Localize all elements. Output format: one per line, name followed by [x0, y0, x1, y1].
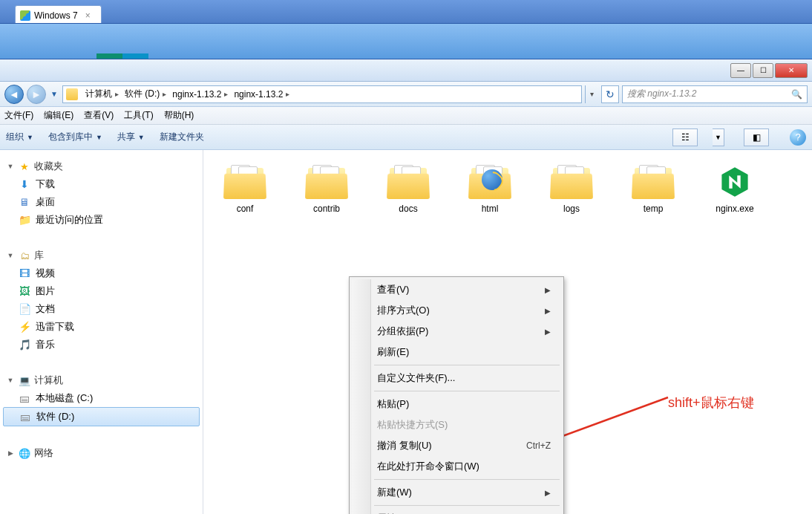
breadcrumb-dropdown[interactable]: ▾: [585, 85, 598, 103]
shortcut-label: Ctrl+Z: [526, 440, 551, 451]
file-name-label: logs: [563, 204, 580, 214]
ctx-new[interactable]: 新建(W)▶: [352, 482, 561, 503]
organize-button[interactable]: 组织▼: [6, 131, 33, 143]
file-name-label: contrib: [313, 204, 340, 214]
window-titlebar[interactable]: — ☐ ✕: [0, 59, 812, 82]
sidebar-item-documents[interactable]: 📄文档: [0, 300, 203, 318]
sidebar-item-thunder[interactable]: ⚡迅雷下载: [0, 318, 203, 336]
breadcrumb[interactable]: 计算机▸ 软件 (D:)▸ nginx-1.13.2▸ nginx-1.13.2…: [62, 85, 582, 103]
ctx-view[interactable]: 查看(V)▶: [352, 279, 561, 300]
file-name-label: docs: [399, 204, 417, 214]
view-mode-dropdown[interactable]: ▼: [713, 128, 724, 146]
disk-icon: 🖴: [19, 411, 32, 423]
host-tab[interactable]: Windows 7 ×: [15, 5, 102, 23]
computer-icon: 💻: [18, 374, 31, 386]
breadcrumb-seg[interactable]: 计算机▸: [82, 86, 122, 103]
submenu-arrow-icon: ▶: [545, 328, 551, 336]
navigation-bar: ◄ ► ▼ 计算机▸ 软件 (D:)▸ nginx-1.13.2▸ nginx-…: [0, 82, 812, 107]
nginx-exe-icon: [713, 165, 756, 199]
star-icon: ★: [18, 160, 31, 172]
breadcrumb-seg[interactable]: nginx-1.13.2▸: [169, 86, 231, 103]
folder-icon: [223, 165, 266, 199]
menu-help[interactable]: 帮助(H): [164, 109, 194, 122]
sidebar-item-videos[interactable]: 🎞视频: [0, 264, 203, 282]
share-button[interactable]: 共享▼: [117, 131, 145, 143]
submenu-arrow-icon: ▶: [545, 307, 551, 315]
window-maximize-button[interactable]: ☐: [753, 63, 773, 78]
ctx-group[interactable]: 分组依据(P)▶: [352, 321, 561, 342]
separator: [374, 479, 560, 480]
include-in-library-button[interactable]: 包含到库中▼: [48, 131, 102, 143]
file-item[interactable]: html: [457, 165, 523, 214]
refresh-button[interactable]: ↻: [601, 85, 619, 103]
help-button[interactable]: ?: [790, 129, 806, 146]
separator: [374, 505, 560, 506]
submenu-arrow-icon: ▶: [545, 489, 551, 497]
folder-icon: [66, 88, 78, 100]
recent-icon: 📁: [18, 214, 31, 226]
file-item[interactable]: nginx.exe: [702, 165, 767, 214]
sidebar-libraries-header[interactable]: ▼🗂库: [0, 247, 203, 264]
search-icon[interactable]: 🔍: [791, 89, 802, 100]
breadcrumb-seg[interactable]: 软件 (D:)▸: [122, 86, 169, 103]
menu-tools[interactable]: 工具(T): [124, 109, 153, 122]
sidebar-item-recent[interactable]: 📁最近访问的位置: [0, 211, 203, 229]
host-tab-label: Windows 7: [34, 10, 78, 21]
sidebar-item-disk-c[interactable]: 🖴本地磁盘 (C:): [0, 389, 203, 407]
sidebar-favorites-header[interactable]: ▼★收藏夹: [0, 157, 203, 175]
submenu-arrow-icon: ▶: [545, 286, 551, 294]
menu-bar: 文件(F) 编辑(E) 查看(V) 工具(T) 帮助(H): [0, 107, 812, 125]
expand-icon[interactable]: ▶: [6, 449, 15, 457]
chevron-down-icon: ▼: [27, 134, 33, 141]
nav-forward-button[interactable]: ►: [27, 85, 46, 104]
sidebar-computer-header[interactable]: ▼💻计算机: [0, 371, 203, 389]
new-folder-button[interactable]: 新建文件夹: [160, 131, 204, 143]
file-item[interactable]: contrib: [294, 165, 359, 214]
collapse-icon[interactable]: ▼: [6, 252, 15, 259]
sidebar-item-downloads[interactable]: ⬇下载: [0, 175, 203, 193]
library-icon: 🗂: [18, 250, 31, 261]
menu-file[interactable]: 文件(F): [4, 109, 33, 122]
file-name-label: temp: [644, 204, 664, 214]
file-item[interactable]: temp: [621, 165, 686, 214]
sidebar-item-desktop[interactable]: 🖥桌面: [0, 193, 203, 211]
file-item[interactable]: logs: [539, 165, 604, 214]
ctx-customize[interactable]: 自定义文件夹(F)...: [352, 368, 561, 388]
view-mode-button[interactable]: ☷: [672, 128, 698, 146]
sidebar-network-header[interactable]: ▶🌐网络: [0, 444, 203, 462]
menu-view[interactable]: 查看(V): [84, 109, 114, 122]
download-icon: ⬇: [18, 178, 31, 190]
search-input[interactable]: 搜索 nginx-1.13.2 🔍: [622, 85, 808, 103]
breadcrumb-seg[interactable]: nginx-1.13.2▸: [231, 86, 292, 103]
collapse-icon[interactable]: ▼: [6, 163, 15, 170]
ctx-undo[interactable]: 撤消 复制(U)Ctrl+Z: [352, 435, 561, 456]
window-minimize-button[interactable]: —: [730, 63, 751, 78]
ctx-paste[interactable]: 粘贴(P): [352, 394, 561, 414]
disk-icon: 🖴: [18, 392, 31, 404]
file-item[interactable]: docs: [376, 165, 441, 214]
sidebar-item-music[interactable]: 🎵音乐: [0, 336, 203, 354]
nav-back-button[interactable]: ◄: [4, 85, 24, 104]
menu-edit[interactable]: 编辑(E): [44, 109, 73, 122]
host-tabstrip: Windows 7 ×: [0, 0, 812, 24]
network-icon: 🌐: [18, 447, 31, 459]
file-item[interactable]: conf: [212, 165, 278, 214]
file-name-label: html: [482, 204, 499, 214]
chevron-right-icon: ▸: [115, 90, 119, 98]
nav-history-dropdown[interactable]: ▼: [49, 85, 59, 103]
thunder-icon: ⚡: [18, 321, 31, 333]
ctx-open-cmd[interactable]: 在此处打开命令窗口(W): [352, 456, 561, 477]
folder-icon: [468, 165, 511, 199]
sidebar-item-pictures[interactable]: 🖼图片: [0, 282, 203, 300]
host-toolbar-area: [0, 24, 812, 59]
sidebar-item-disk-d[interactable]: 🖴软件 (D:): [3, 407, 200, 426]
preview-pane-button[interactable]: ◧: [744, 128, 769, 146]
window-close-button[interactable]: ✕: [775, 63, 808, 78]
music-icon: 🎵: [18, 339, 31, 351]
ctx-refresh[interactable]: 刷新(E): [352, 342, 561, 362]
collapse-icon[interactable]: ▼: [6, 377, 15, 384]
search-placeholder: 搜索 nginx-1.13.2: [627, 88, 696, 100]
host-tab-close-icon[interactable]: ×: [85, 10, 91, 21]
ctx-properties[interactable]: 属性(R): [352, 508, 561, 514]
ctx-sort[interactable]: 排序方式(O)▶: [352, 300, 561, 321]
